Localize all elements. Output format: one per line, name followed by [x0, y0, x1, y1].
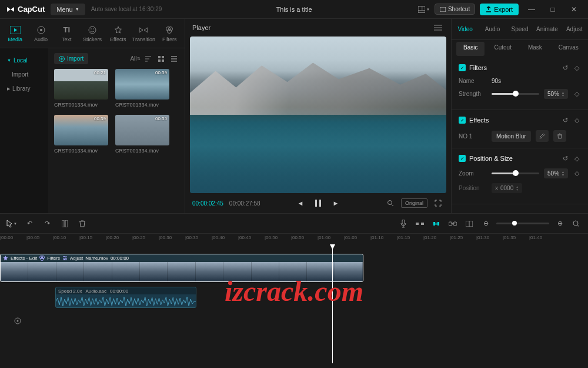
filter-all[interactable]: All ⇅ — [131, 54, 140, 64]
split-tool[interactable] — [59, 218, 71, 230]
proptab-animate[interactable]: Animate — [533, 19, 560, 39]
proptab-adjust[interactable]: Adjust — [561, 19, 588, 39]
svg-point-10 — [93, 28, 94, 29]
player-panel: Player 00:00:02:45 00:00:27:58 ◄ ► Origi… — [185, 19, 452, 213]
keyframe-icon[interactable]: ◇ — [573, 90, 581, 98]
timeline-ruler[interactable]: |00:00|00:05|00:10|00:15|00:20|00:25|00:… — [0, 234, 588, 246]
close-button[interactable]: ✕ — [566, 1, 582, 18]
prev-frame-button[interactable]: ◄ — [295, 198, 306, 208]
redo-button[interactable]: ↷ — [41, 218, 53, 230]
watermark: izcrack.com — [225, 275, 363, 307]
effects-checkbox[interactable]: ✓ — [459, 117, 466, 124]
proptab-speed[interactable]: Speed — [506, 19, 533, 39]
keyframe-icon[interactable]: ◇ — [573, 116, 581, 124]
text-icon: TI — [61, 25, 72, 35]
tab-effects[interactable]: Effects — [105, 19, 131, 48]
media-panel: Media Audio TIText Stickers Effects Tran… — [0, 19, 185, 213]
subtab-cutout[interactable]: Cutout — [487, 42, 518, 56]
zoom-in[interactable]: ⊕ — [554, 218, 566, 230]
transition-icon — [138, 25, 149, 35]
pointer-tool[interactable]: ▼ — [6, 218, 18, 230]
keyframe-icon[interactable]: ◇ — [573, 154, 581, 163]
fullscreen-icon[interactable] — [432, 197, 444, 209]
edit-effect-button[interactable] — [536, 130, 549, 142]
list-view-icon[interactable] — [169, 54, 179, 64]
filters-checkbox[interactable]: ✓ — [459, 64, 466, 71]
tab-media[interactable]: Media — [2, 19, 28, 48]
tab-text[interactable]: TIText — [54, 19, 79, 48]
audio-clip[interactable]: Speed 2.0xAudio.aac00:00:00 — [55, 287, 196, 308]
proptab-video[interactable]: Video — [452, 19, 479, 39]
tab-audio[interactable]: Audio — [28, 19, 54, 48]
play-pause-button[interactable] — [313, 198, 323, 208]
zoom-slider[interactable] — [492, 173, 539, 174]
fx-track-head — [0, 310, 35, 331]
media-thumb[interactable]: 00:39CRST001334.mov — [54, 115, 108, 154]
original-button[interactable]: Original — [401, 198, 427, 208]
svg-rect-3 — [440, 7, 446, 12]
reset-icon[interactable]: ↺ — [561, 64, 569, 72]
player-menu-icon[interactable] — [432, 22, 444, 34]
reset-icon[interactable]: ↺ — [561, 116, 569, 124]
delete-tool[interactable] — [76, 218, 88, 230]
svg-rect-17 — [158, 59, 161, 62]
sidebar-library[interactable]: ▶Library — [0, 81, 48, 96]
svg-rect-24 — [402, 220, 405, 224]
keyframe-icon[interactable]: ◇ — [573, 64, 581, 72]
proptab-audio[interactable]: Audio — [479, 19, 506, 39]
position-checkbox[interactable]: ✓ — [459, 155, 466, 162]
strength-value[interactable]: 50%▲▼ — [544, 89, 568, 99]
maximize-button[interactable]: □ — [544, 1, 561, 18]
link-icon[interactable] — [447, 218, 459, 230]
svg-rect-18 — [162, 59, 164, 62]
zoom-fit[interactable] — [570, 218, 582, 230]
media-thumb[interactable]: 00:35CRST001334.mov — [115, 115, 169, 154]
mic-icon[interactable] — [397, 218, 409, 230]
strength-slider[interactable] — [492, 93, 539, 95]
undo-button[interactable]: ↶ — [24, 218, 35, 230]
autosave-text: Auto save local at 16:30:29 — [91, 6, 162, 12]
reset-icon[interactable]: ↺ — [561, 154, 569, 163]
menu-button[interactable]: Menu ▼ — [51, 4, 85, 15]
subtab-basic[interactable]: Basic — [456, 42, 485, 56]
subtab-canvas[interactable]: Canvas — [552, 42, 586, 56]
player-viewport[interactable] — [190, 37, 446, 193]
zoom-out[interactable]: ⊖ — [480, 218, 492, 230]
sidebar-local[interactable]: ▼Local — [0, 53, 48, 68]
import-button[interactable]: Import — [54, 53, 88, 64]
effect-name: Motion Blur — [492, 131, 531, 142]
svg-point-40 — [64, 259, 65, 260]
snap-icon[interactable] — [414, 218, 426, 230]
svg-point-21 — [387, 201, 392, 205]
magnet-icon[interactable] — [430, 218, 442, 230]
media-thumb[interactable]: 00:39CRST001334.mov — [115, 69, 169, 108]
tab-filters[interactable]: Filters — [156, 19, 182, 48]
keyframe-icon[interactable]: ◇ — [573, 170, 581, 178]
export-button[interactable]: Export — [480, 4, 519, 15]
fx-track-icon[interactable] — [12, 315, 24, 327]
minimize-button[interactable]: — — [523, 1, 540, 18]
sort-icon[interactable] — [143, 54, 153, 64]
shortcut-button[interactable]: Shortcut — [435, 4, 475, 15]
grid-view-icon[interactable] — [156, 54, 166, 64]
preview-icon[interactable] — [463, 218, 475, 230]
next-frame-button[interactable]: ► — [330, 198, 341, 208]
svg-point-8 — [89, 26, 96, 34]
timeline-zoom-slider[interactable] — [496, 223, 549, 224]
media-thumb[interactable]: 00:21CRST001334.mov — [54, 69, 108, 108]
subtab-mask[interactable]: Mask — [521, 42, 549, 56]
tab-transition[interactable]: Transition — [131, 19, 157, 48]
tab-stickers[interactable]: Stickers — [79, 19, 105, 48]
project-title[interactable]: This is a title — [276, 6, 312, 13]
zoom-value[interactable]: 50%▲▼ — [544, 168, 568, 178]
svg-point-7 — [40, 29, 42, 31]
zoom-reset-icon[interactable] — [385, 197, 396, 209]
layout-icon[interactable]: ▼ — [418, 4, 430, 15]
sidebar-import[interactable]: Import — [0, 68, 48, 81]
delete-effect-button[interactable] — [553, 130, 566, 142]
plus-icon — [59, 56, 65, 62]
pos-x[interactable]: x0000▲▼ — [492, 183, 522, 193]
svg-rect-19 — [315, 200, 317, 207]
svg-point-9 — [91, 28, 92, 29]
timeline: ▼ ↶ ↷ ⊖ ⊕ |00:00|00:05|00:10|00:15|00:20… — [0, 213, 588, 368]
